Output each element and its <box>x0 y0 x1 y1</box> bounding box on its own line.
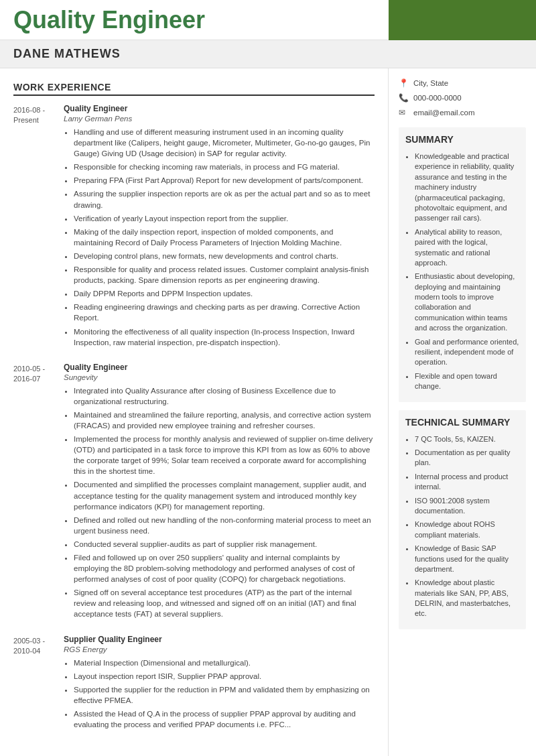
job-entry-2: 2010-05 - 2016-07 Quality Engineer Sunge… <box>13 363 375 623</box>
job-2-title: Quality Engineer <box>64 363 375 372</box>
technical-bullets: 7 QC Tools, 5s, KAIZEN. Documentation as… <box>405 434 519 619</box>
candidate-name: DANE MATHEWS <box>13 47 121 61</box>
list-item: Knowledgeable and practical experience i… <box>415 151 519 224</box>
resume-page: Quality Engineer DANE MATHEWS WORK EXPER… <box>0 0 536 756</box>
list-item: Documentation as per quality plan. <box>415 448 519 468</box>
right-column: 📍 City, State 📞 000-000-0000 ✉ email@ema… <box>389 68 536 756</box>
list-item: Signed off on several acceptance test pr… <box>74 587 375 619</box>
job-2-bullets: Integrated into Quality Assurance after … <box>64 385 375 620</box>
list-item: Knowledge of Basic SAP functions used fo… <box>415 544 519 574</box>
job-1-title: Quality Engineer <box>64 104 375 113</box>
list-item: Assuring the supplier inspection reports… <box>74 188 375 210</box>
location-item: 📍 City, State <box>399 78 526 88</box>
job-3-bullets: Material Inspection (Dimensional and met… <box>64 657 375 731</box>
technical-title: TECHNICAL SUMMARY <box>405 417 519 428</box>
list-item: Monitoring the effectiveness of all qual… <box>74 326 375 348</box>
list-item: Daily DPPM Reports and DPPM Inspection u… <box>74 288 375 299</box>
email-item: ✉ email@email.com <box>399 108 526 117</box>
list-item: Verification of yearly Layout inspection… <box>74 213 375 224</box>
list-item: Assisted the Head of Q.A in the process … <box>74 708 375 730</box>
list-item: Defined and rolled out new handling of t… <box>74 515 375 536</box>
job-3-company: RGS Energy <box>64 645 375 653</box>
job-1-company: Lamy German Pens <box>64 115 375 123</box>
list-item: Knowledge about plastic materials like S… <box>415 578 519 619</box>
name-bar: DANE MATHEWS <box>0 40 536 68</box>
contact-section: 📍 City, State 📞 000-000-0000 ✉ email@ema… <box>399 78 526 117</box>
summary-title: SUMMARY <box>405 134 519 145</box>
summary-bullets: Knowledgeable and practical experience i… <box>405 151 519 392</box>
email-text: email@email.com <box>413 109 475 117</box>
list-item: Reading engineering drawings and checkin… <box>74 302 375 323</box>
phone-item: 📞 000-000-0000 <box>399 93 526 103</box>
list-item: Responsible for quality and process rela… <box>74 264 375 286</box>
left-column: WORK EXPERIENCE 2016-08 - Present Qualit… <box>0 68 389 756</box>
list-item: Responsible for checking incoming raw ma… <box>74 162 375 172</box>
list-item: Flexible and open toward change. <box>415 371 519 392</box>
list-item: Internal process and product internal. <box>415 472 519 493</box>
list-item: ISO 9001:2008 system documentation. <box>415 496 519 517</box>
job-entry-3: 2005-03 - 2010-04 Supplier Quality Engin… <box>13 635 375 733</box>
header-accent-block <box>389 0 536 40</box>
job-2-dates: 2010-05 - 2016-07 <box>13 363 64 623</box>
summary-section: SUMMARY Knowledgeable and practical expe… <box>399 127 526 402</box>
work-experience-section: WORK EXPERIENCE 2016-08 - Present Qualit… <box>13 82 375 733</box>
list-item: Filed and followed up on over 250 suppli… <box>74 552 375 584</box>
list-item: Material Inspection (Dimensional and met… <box>74 657 375 668</box>
location-text: City, State <box>413 79 448 87</box>
phone-text: 000-000-0000 <box>413 94 462 102</box>
list-item: Goal and performance oriented, resilient… <box>415 337 519 368</box>
list-item: Making of the daily inspection report, i… <box>74 227 375 248</box>
job-entry-1: 2016-08 - Present Quality Engineer Lamy … <box>13 104 375 351</box>
list-item: Layout inspection report ISIR, Supplier … <box>74 671 375 682</box>
list-item: Maintained and streamlined the failure r… <box>74 410 375 431</box>
list-item: Integrated into Quality Assurance after … <box>74 385 375 407</box>
work-experience-header: WORK EXPERIENCE <box>13 82 375 96</box>
list-item: Knowledge about ROHS compliant materials… <box>415 519 519 540</box>
location-icon: 📍 <box>399 78 409 88</box>
job-1-content: Quality Engineer Lamy German Pens Handli… <box>64 104 375 351</box>
list-item: 7 QC Tools, 5s, KAIZEN. <box>415 434 519 444</box>
list-item: Supported the supplier for the reduction… <box>74 684 375 706</box>
list-item: Enthusiastic about developing, deploying… <box>415 271 519 333</box>
list-item: Conducted several supplier-audits as par… <box>74 539 375 550</box>
job-2-company: Sungevity <box>64 373 375 381</box>
job-1-bullets: Handling and use of different measuring … <box>64 127 375 348</box>
email-icon: ✉ <box>399 108 409 117</box>
main-layout: WORK EXPERIENCE 2016-08 - Present Qualit… <box>0 68 536 756</box>
list-item: Analytical ability to reason, paired wit… <box>415 227 519 269</box>
job-3-dates: 2005-03 - 2010-04 <box>13 635 64 733</box>
page-title: Quality Engineer <box>13 6 205 34</box>
technical-section: TECHNICAL SUMMARY 7 QC Tools, 5s, KAIZEN… <box>399 410 526 629</box>
job-1-dates: 2016-08 - Present <box>13 104 64 351</box>
header: Quality Engineer <box>0 0 536 40</box>
list-item: Developing control plans, new formats, n… <box>74 251 375 261</box>
list-item: Handling and use of different measuring … <box>74 127 375 159</box>
job-3-title: Supplier Quality Engineer <box>64 635 375 644</box>
list-item: Implemented the process for monthly anal… <box>74 434 375 477</box>
job-3-content: Supplier Quality Engineer RGS Energy Mat… <box>64 635 375 733</box>
job-2-content: Quality Engineer Sungevity Integrated in… <box>64 363 375 623</box>
list-item: Documented and simplified the processes … <box>74 479 375 511</box>
list-item: Preparing FPA (First Part Approval) Repo… <box>74 175 375 186</box>
phone-icon: 📞 <box>399 93 409 103</box>
header-title-area: Quality Engineer <box>0 0 389 40</box>
